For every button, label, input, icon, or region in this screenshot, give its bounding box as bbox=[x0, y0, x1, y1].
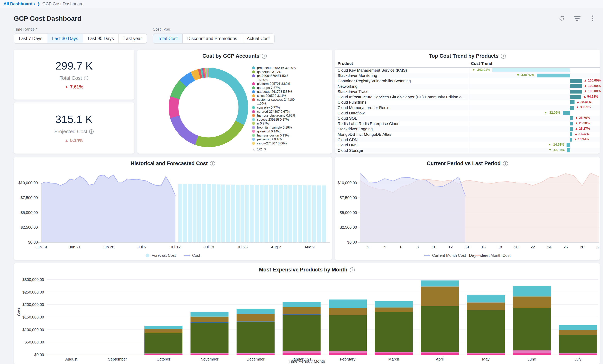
trend-table-row-6: Cloud Functions▲ 38.41% bbox=[335, 100, 600, 105]
svg-text:$5,000.00: $5,000.00 bbox=[21, 210, 38, 215]
trend-bar[interactable] bbox=[570, 84, 582, 88]
legend-pagination: ▲ 1/2 ▼ bbox=[252, 147, 267, 151]
period-comparison-chart[interactable]: $10,000.00$7,500.00$5,000.00$2,500.00$0.… bbox=[335, 157, 600, 260]
donut-legend-item-8[interactable]: ccm-play 0.77% bbox=[252, 106, 328, 110]
donut-legend-item-14[interactable]: golink-url 0.14% bbox=[252, 129, 328, 133]
trend-bar[interactable] bbox=[570, 127, 573, 131]
time-range-option-1[interactable]: Last 30 Days bbox=[47, 34, 83, 43]
breadcrumb-link-all-dashboards[interactable]: All Dashboards bbox=[3, 1, 35, 6]
cost-trend-cell: ▼ -342.01% bbox=[469, 67, 600, 73]
svg-text:Aug 9: Aug 9 bbox=[304, 245, 314, 249]
cost-type-filter: Cost Type Total CostDiscount and Promoti… bbox=[153, 27, 275, 44]
current-vs-last-period-card: Current Period vs Last Periodi $10,000.0… bbox=[335, 157, 600, 260]
svg-text:$2,500.00: $2,500.00 bbox=[340, 225, 357, 230]
donut-legend-item-9[interactable]: ce-prod-274307 0.67% bbox=[252, 110, 328, 114]
donut-legend-item-10[interactable]: harness-playground 0.52% bbox=[252, 113, 328, 118]
cost-type-option-0[interactable]: Total Cost bbox=[153, 34, 182, 43]
donut-legend-item-13[interactable]: freemium-sample 0.19% bbox=[252, 125, 328, 130]
trend-bar[interactable] bbox=[570, 79, 582, 83]
trend-bar[interactable] bbox=[570, 106, 574, 110]
cost-type-option-2[interactable]: Actual Cost bbox=[242, 34, 274, 43]
trend-bar[interactable] bbox=[570, 121, 573, 125]
donut-legend-item-3[interactable]: platform-205701 8.82% bbox=[252, 82, 328, 86]
donut-legend-item-7[interactable]: customer-success-244100 1.00% bbox=[252, 98, 328, 106]
svg-text:14: 14 bbox=[465, 245, 469, 249]
trend-table-row-1: Stackdriver Monitoring▼ -146.37% bbox=[335, 73, 600, 78]
cost-type-option-1[interactable]: Discount and Promotions bbox=[182, 34, 242, 43]
trend-bar[interactable] bbox=[570, 100, 575, 104]
legend-page-indicator: 1/2 bbox=[257, 147, 262, 151]
trend-table-row-15: Cloud Storage▼ -13.19% bbox=[335, 148, 600, 153]
refresh-icon[interactable] bbox=[558, 15, 565, 22]
info-icon[interactable]: i bbox=[89, 129, 94, 134]
info-icon[interactable]: i bbox=[501, 54, 506, 59]
trend-bar[interactable] bbox=[492, 68, 570, 72]
svg-text:$10,000.00: $10,000.00 bbox=[18, 181, 38, 185]
info-icon[interactable]: i bbox=[262, 54, 267, 59]
svg-text:$7,500.00: $7,500.00 bbox=[21, 196, 38, 200]
donut-legend-item-16[interactable]: pentest-uat 0.10% bbox=[252, 137, 328, 141]
product-name: Cloud Storage bbox=[335, 148, 465, 153]
legend-item-last-month[interactable]: Last Month Cost bbox=[475, 253, 510, 258]
product-name: Cloud Memorystore for Redis bbox=[335, 105, 465, 110]
breadcrumb-separator-icon: ❯ bbox=[37, 2, 40, 6]
trend-bar[interactable] bbox=[570, 95, 581, 99]
donut-legend-item-5[interactable]: uat-setup-261723 5.55% bbox=[252, 90, 328, 94]
trend-bar[interactable] bbox=[563, 111, 570, 115]
cost-trend-cell: ▼ -14.53% bbox=[469, 142, 600, 148]
info-icon[interactable]: i bbox=[84, 76, 88, 80]
breadcrumb-current: GCP Cost Dashboard bbox=[42, 1, 83, 6]
time-range-filter: Time Range * Last 7 DaysLast 30 DaysLast… bbox=[14, 27, 147, 44]
legend-item-current-month[interactable]: Current Month Cost bbox=[424, 253, 466, 258]
trend-bar[interactable] bbox=[570, 90, 582, 94]
legend-item-label: secops-239815 0.37% bbox=[257, 118, 289, 121]
historical-forecast-card: Historical and Forecasted Costi $10,000.… bbox=[14, 157, 332, 260]
projected-cost-delta: ▲5.14% bbox=[65, 138, 83, 143]
donut-legend-item-6[interactable]: sales-209522 3.11% bbox=[252, 94, 328, 98]
legend-dot-icon bbox=[252, 122, 255, 125]
legend-dot-icon bbox=[252, 130, 255, 133]
donut-legend-item-17[interactable]: ce-qa-274307 0.06% bbox=[252, 141, 328, 145]
svg-text:$10,000.00: $10,000.00 bbox=[337, 181, 357, 185]
historical-forecast-chart[interactable]: $10,000.00$7,500.00$5,000.00$2,500.00$0.… bbox=[14, 157, 332, 260]
donut-legend-item-1[interactable]: qa-setup 23.17% bbox=[252, 70, 328, 74]
svg-text:4: 4 bbox=[384, 245, 386, 249]
kebab-menu-icon[interactable] bbox=[590, 15, 596, 22]
trend-percent: ▲ 21.37% bbox=[574, 132, 590, 136]
svg-text:22: 22 bbox=[531, 245, 535, 249]
time-range-option-0[interactable]: Last 7 Days bbox=[14, 34, 47, 43]
legend-page-up-icon[interactable]: ▲ bbox=[252, 147, 255, 151]
trend-bar[interactable] bbox=[537, 74, 570, 77]
trend-bar[interactable] bbox=[567, 143, 570, 147]
donut-legend-item-11[interactable]: secops-239815 0.37% bbox=[252, 118, 328, 121]
gcp-accounts-donut-chart[interactable] bbox=[169, 68, 248, 147]
cost-trend-cell: ▼ -13.19% bbox=[469, 148, 600, 153]
legend-item-label: uat-setup-261723 5.55% bbox=[257, 90, 292, 94]
donut-legend-item-15[interactable]: harness-design 0.13% bbox=[252, 133, 328, 137]
total-cost-card: 299.7 K Total Costi ▲7.61% bbox=[14, 50, 134, 99]
cost-trend-cell: ▲ 33.51% bbox=[469, 105, 600, 110]
most-expensive-products-card: Most Expensive Products by Monthi Cost $… bbox=[14, 263, 600, 364]
legend-item-cost[interactable]: Cost bbox=[184, 253, 200, 258]
product-name: MongoDB Inc. MongoDB Atlas bbox=[335, 132, 465, 137]
product-name: Cloud SQL bbox=[335, 116, 465, 121]
trend-bar[interactable] bbox=[567, 148, 570, 152]
trend-bar[interactable] bbox=[570, 132, 572, 136]
donut-legend-item-12[interactable]: ø 0.27% bbox=[252, 121, 328, 125]
legend-item-forecast-cost[interactable]: Forecast Cost bbox=[146, 253, 176, 258]
svg-text:$0.00: $0.00 bbox=[28, 240, 38, 244]
donut-legend-item-2[interactable]: pr10406a87045145c3 15.20% bbox=[252, 74, 328, 82]
monthly-stacked-bar-chart[interactable]: $300,000.00$250,000.00$200,000.00$150,00… bbox=[14, 263, 600, 364]
trend-up-icon: ▲ bbox=[65, 138, 69, 143]
donut-legend-item-0[interactable]: prod-setup-205416 32.29% bbox=[252, 66, 328, 70]
donut-legend-item-4[interactable]: qa-target 7.57% bbox=[252, 86, 328, 90]
legend-page-down-icon[interactable]: ▼ bbox=[264, 147, 267, 151]
trend-bar[interactable] bbox=[570, 116, 573, 120]
time-range-option-2[interactable]: Last 90 Days bbox=[83, 34, 118, 43]
legend-item-label: harness-design 0.13% bbox=[257, 133, 289, 137]
cost-type-label: Cost Type bbox=[153, 27, 275, 32]
time-range-option-3[interactable]: Last year bbox=[118, 34, 147, 43]
trend-bar[interactable] bbox=[570, 138, 572, 142]
svg-text:Jun 21: Jun 21 bbox=[69, 245, 81, 249]
filter-icon[interactable] bbox=[574, 15, 580, 22]
